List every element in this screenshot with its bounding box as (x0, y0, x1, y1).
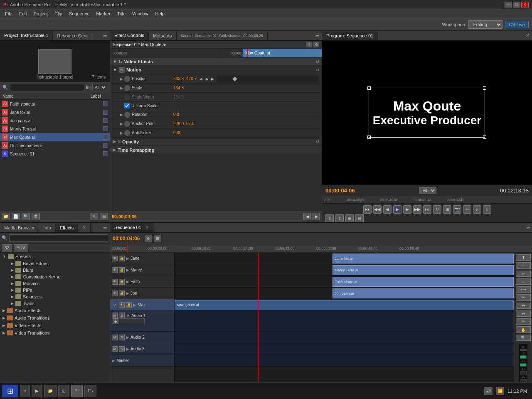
track-toggle-vis[interactable]: 👁 (112, 267, 118, 273)
tab-source[interactable]: Source: Sequence 01: Faith stone.ai; 00;… (177, 32, 268, 39)
safe-margins-button[interactable]: ⊞ (443, 205, 451, 214)
tl-zoom-out[interactable]: ⊖ (145, 235, 152, 242)
tool-selection[interactable]: ⬆ (516, 254, 531, 261)
handle-bottom-left[interactable] (367, 135, 371, 139)
track-toggle-lock[interactable]: 🔒 (119, 279, 125, 285)
step-fwd-button[interactable]: ⏭ (423, 205, 431, 214)
prop-value-1[interactable]: 228.0 (173, 121, 184, 126)
prop-value[interactable]: 0.0 (173, 112, 179, 117)
clip-faith[interactable]: Faith stone.ai (332, 277, 514, 287)
audio-transitions-header[interactable]: ▶ Audio Transitions (0, 314, 110, 322)
clip-marcy[interactable]: Marcy Terra.ai (332, 265, 514, 275)
add-keyframe[interactable]: ◆ (204, 76, 209, 81)
prop-enable-toggle[interactable] (124, 121, 130, 127)
time-remapping-section[interactable]: ▶ Time Remapping (110, 146, 322, 154)
ec-options-button[interactable]: ⚙ (313, 42, 319, 47)
taskbar-premiere[interactable]: Pr (71, 385, 83, 397)
tab-info[interactable]: Info (39, 224, 55, 232)
clip-jon[interactable]: Jon parry.ai (332, 288, 514, 298)
play-back-button[interactable]: ◀◀ (373, 205, 382, 214)
zoom-out-button[interactable]: ⊖ (355, 214, 364, 222)
tool-zoom[interactable]: 🔍 (516, 335, 531, 341)
tool-razor[interactable]: ✂ (516, 294, 531, 300)
subfolder-header[interactable]: ▶ Blurs (8, 267, 110, 273)
prop-value[interactable]: 0.00 (173, 131, 181, 135)
menu-file[interactable]: File (2, 10, 16, 17)
audio-transitions-folder[interactable]: ▶ Audio Transitions (0, 314, 110, 322)
lift-button[interactable]: ⇧ (325, 214, 334, 222)
tool-slip[interactable]: ↦ (516, 303, 531, 309)
panel-menu-button[interactable]: ☰ (526, 225, 530, 230)
effects-tab-close[interactable]: ✕ (78, 223, 91, 232)
track-toggle-vis[interactable]: 👁 (112, 256, 118, 261)
handle-top-right[interactable] (483, 86, 486, 90)
cs-live-button[interactable]: CS Live (505, 21, 529, 28)
tl-snap-toggle[interactable]: ⊞ (154, 235, 161, 242)
track-toggle-lock[interactable]: 🔒 (119, 267, 125, 273)
subfolder-header[interactable]: ▶ PiPs (8, 287, 110, 293)
menu-clip[interactable]: Clip (51, 10, 66, 17)
prop-value[interactable]: 134.3 (173, 86, 184, 90)
workspace-select[interactable]: Editing (468, 20, 502, 29)
track-toggle-mute[interactable]: M (112, 313, 118, 318)
network-icon[interactable]: 📶 (496, 387, 504, 395)
subfolder-bevel[interactable]: ▶ Bevel Edges (8, 260, 110, 267)
track-toggle-solo[interactable]: S (119, 346, 125, 352)
minimize-button[interactable]: ─ (505, 2, 512, 7)
extract-button[interactable]: ⇪ (335, 214, 344, 222)
play-fwd-button[interactable]: ▶▶ (413, 205, 421, 214)
list-view-button[interactable]: ≡ (90, 213, 98, 220)
video-effects-header[interactable]: ▶ Video Effects (0, 322, 110, 329)
loop-button[interactable]: ↻ (433, 205, 441, 214)
tab-effect-controls[interactable]: Effect Controls (110, 31, 149, 40)
list-item[interactable]: Ai Outlined names.ai (0, 141, 110, 150)
opacity-section[interactable]: ▶ fx Opacity ↺ (110, 138, 322, 146)
video-effects-header[interactable]: ▼ fx Video Effects ↺ (110, 58, 322, 66)
presets-folder[interactable]: ▼ Presets ▶ Bevel Edges ▶ (0, 253, 110, 307)
insert-button[interactable]: ↙ (473, 205, 481, 214)
tab-metadata[interactable]: Metadata (149, 32, 177, 40)
ec-zoom-out-button[interactable]: ◀ (303, 213, 311, 220)
play-button[interactable]: ▶ (393, 205, 401, 214)
audio-level-slider[interactable] (120, 318, 145, 324)
list-item[interactable]: Ai Jane fox.ai (0, 108, 110, 116)
step-back-button[interactable]: ⏮ (363, 205, 372, 214)
presets-header[interactable]: ▼ Presets (0, 253, 110, 260)
subfolder-convolution[interactable]: ▶ Convolution Kernel (8, 273, 110, 280)
panel-menu-button[interactable]: ☰ (101, 32, 110, 39)
goto-next-keyframe[interactable]: ▶ (210, 76, 215, 81)
track-toggle-vis[interactable]: 👁 (119, 302, 125, 308)
tool-pen[interactable]: ✏ (516, 318, 531, 325)
panel-menu-button[interactable]: ☰ (313, 32, 322, 39)
tool-ripple[interactable]: ⇦ (516, 271, 531, 277)
clip-max[interactable]: Max Qoute.ai (175, 300, 514, 310)
subfolder-header[interactable]: ▶ Convolution Kernel (8, 273, 110, 280)
track-expand-arrow[interactable]: ▶ (126, 268, 129, 272)
zoom-in-button[interactable]: ⊕ (345, 214, 354, 222)
taskbar-wmp[interactable]: ▶ (32, 385, 42, 397)
menu-sequence[interactable]: Sequence (66, 10, 93, 17)
subfolder-twirls[interactable]: ▶ Twirls (8, 300, 110, 307)
reset-icon[interactable]: ↺ (316, 59, 319, 64)
motion-header[interactable]: ▼ fx Motion ↺ (112, 66, 320, 74)
tab-sequence[interactable]: Sequence 01 ✕ (110, 223, 153, 232)
new-bin-button[interactable]: 📁 (2, 213, 10, 220)
list-item[interactable]: Ai Max Qoute.ai (0, 133, 110, 141)
track-expand-arrow[interactable]: ▶ (133, 303, 136, 307)
step-frame-fwd-button[interactable]: ▶ (403, 205, 411, 214)
prop-value-2[interactable]: 67.0 (186, 121, 194, 126)
tab-effects[interactable]: Effects (56, 224, 78, 232)
ec-zoom-in-button[interactable]: ▶ (313, 213, 320, 220)
subfolder-solarizes[interactable]: ▶ Solarizes (8, 293, 110, 300)
track-toggle-vis[interactable]: 👁 (112, 279, 118, 285)
goto-prev-keyframe[interactable]: ◀ (198, 76, 203, 81)
tool-rate-stretch[interactable]: ⟺ (516, 286, 531, 293)
track-expand-arrow[interactable]: ▶ (126, 347, 129, 351)
tool-hand[interactable]: ✋ (516, 326, 531, 332)
tab-media-browser[interactable]: Media Browser (0, 224, 39, 232)
motion-reset-button[interactable]: ↺ (316, 68, 319, 72)
subfolder-blurs[interactable]: ▶ Blurs (8, 267, 110, 273)
taskbar-ie[interactable]: e (20, 385, 30, 397)
prop-enable-toggle[interactable] (124, 112, 130, 118)
prop-enable-toggle[interactable] (124, 76, 130, 82)
